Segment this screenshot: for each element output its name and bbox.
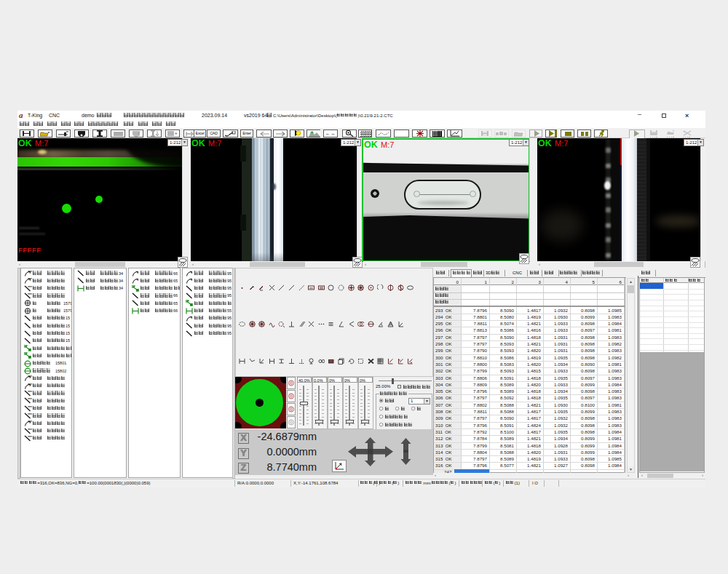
svg-text:A: A [389,322,393,327]
